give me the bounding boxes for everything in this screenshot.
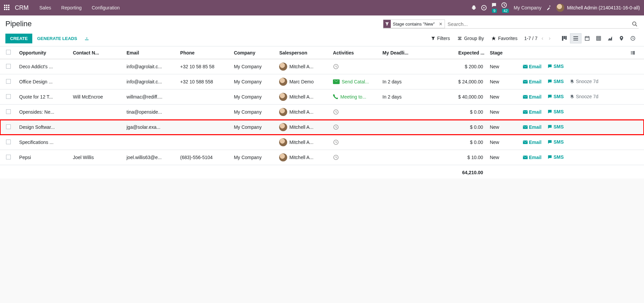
clock-icon[interactable] <box>333 124 377 130</box>
view-activity[interactable] <box>627 33 639 43</box>
row-checkbox[interactable] <box>6 64 11 69</box>
pager-next[interactable]: › <box>547 35 552 41</box>
import-icon[interactable] <box>82 36 92 41</box>
cell-contact: Joel Willis <box>70 150 124 165</box>
clock-icon[interactable] <box>333 139 377 145</box>
sms-action[interactable]: SMS <box>547 154 564 160</box>
facet-remove[interactable]: ✕ <box>437 22 445 27</box>
cell-salesperson: Mitchell A... <box>276 120 330 135</box>
user-menu[interactable]: Mitchell Admin (21404131-16-0-all) <box>556 4 640 12</box>
generate-leads-button[interactable]: GENERATE LEADS <box>32 34 82 43</box>
search-bar[interactable]: Stage contains "New" ✕ <box>383 20 639 29</box>
groupby-button[interactable]: Group By <box>457 36 484 41</box>
table-row[interactable]: PepsiJoel Willisjoel.willis63@e...(683)-… <box>0 150 644 165</box>
app-brand[interactable]: CRM <box>15 4 29 11</box>
email-action[interactable]: Email <box>523 79 541 84</box>
sms-action[interactable]: SMS <box>547 94 564 99</box>
messages-icon[interactable]: 9 <box>491 2 497 13</box>
row-checkbox[interactable] <box>6 140 11 144</box>
company-switcher[interactable]: My Company <box>514 5 541 10</box>
search-facet: Stage contains "New" ✕ <box>383 20 445 28</box>
sms-action[interactable]: SMS <box>547 109 564 114</box>
view-calendar[interactable] <box>581 33 593 43</box>
messages-badge: 9 <box>492 9 497 13</box>
cell-deadline <box>380 150 433 165</box>
cell-opportunity: Pepsi <box>16 150 70 165</box>
row-checkbox[interactable] <box>6 109 11 114</box>
col-salesperson[interactable]: Salesperson <box>276 46 330 59</box>
view-graph[interactable] <box>604 33 616 43</box>
clock-icon[interactable] <box>333 64 377 70</box>
main-navbar: CRM Sales Reporting Configuration 9 42 M… <box>0 0 644 15</box>
email-action[interactable]: Email <box>523 64 541 69</box>
view-pivot[interactable] <box>593 33 604 43</box>
view-kanban[interactable] <box>559 33 570 43</box>
activity-cell[interactable]: Send Catal... <box>333 79 377 84</box>
user-avatar <box>556 4 564 12</box>
table-row[interactable]: Deco Addict's ...info@agrolait.c...+32 1… <box>0 59 644 74</box>
table-row[interactable]: Office Design ...info@agrolait.c...+32 1… <box>0 74 644 89</box>
apps-icon[interactable] <box>4 5 10 11</box>
sms-action[interactable]: SMS <box>547 139 564 145</box>
filter-icon <box>383 20 391 28</box>
row-checkbox[interactable] <box>6 79 11 84</box>
email-action[interactable]: Email <box>523 140 541 145</box>
search-input[interactable] <box>447 20 631 28</box>
activities-icon[interactable]: 42 <box>501 2 509 13</box>
filters-button[interactable]: Filters <box>431 36 450 41</box>
col-opportunity[interactable]: Opportunity <box>16 46 70 59</box>
cell-expected: $ 0.00 <box>433 135 487 150</box>
email-action[interactable]: Email <box>523 155 541 160</box>
pager-value[interactable]: 1-7 / 7 <box>524 36 538 41</box>
sms-action[interactable]: SMS <box>547 79 564 84</box>
menu-configuration[interactable]: Configuration <box>88 5 124 10</box>
row-checkbox[interactable] <box>6 155 11 159</box>
row-checkbox[interactable] <box>6 124 11 129</box>
col-stage[interactable]: Stage <box>487 46 520 59</box>
support-icon[interactable] <box>481 5 487 10</box>
cell-email: info@agrolait.c... <box>124 59 178 74</box>
cell-stage: New <box>487 89 520 105</box>
tools-icon[interactable] <box>546 5 552 10</box>
activity-cell[interactable]: Meeting to... <box>333 94 377 100</box>
col-expected[interactable]: Expected ... <box>433 46 487 59</box>
email-action[interactable]: Email <box>523 124 541 130</box>
clock-icon[interactable] <box>333 109 377 115</box>
view-list[interactable] <box>570 33 581 43</box>
optional-columns-icon[interactable] <box>630 50 641 55</box>
col-company[interactable]: Company <box>231 46 276 59</box>
view-map[interactable] <box>616 33 627 43</box>
col-activities[interactable]: Activities <box>330 46 380 59</box>
pager-prev[interactable]: ‹ <box>540 35 544 41</box>
svg-point-15 <box>634 53 635 54</box>
col-email[interactable]: Email <box>124 46 178 59</box>
search-icon[interactable] <box>631 21 639 27</box>
menu-reporting[interactable]: Reporting <box>57 5 86 10</box>
create-button[interactable]: CREATE <box>5 34 32 43</box>
cell-salesperson: Mitchell A... <box>276 89 330 105</box>
sms-action[interactable]: SMS <box>547 64 564 69</box>
debug-icon[interactable] <box>471 5 477 10</box>
email-action[interactable]: Email <box>523 94 541 100</box>
clock-icon[interactable] <box>333 154 377 160</box>
col-phone[interactable]: Phone <box>178 46 231 59</box>
table-header: Opportunity Contact N... Email Phone Com… <box>0 46 644 59</box>
snooze-action[interactable]: Snooze 7d <box>570 79 598 84</box>
favorites-button[interactable]: Favorites <box>491 36 518 41</box>
col-deadline[interactable]: My Deadli... <box>380 46 433 59</box>
menu-sales[interactable]: Sales <box>35 5 55 10</box>
snooze-action[interactable]: Snooze 7d <box>570 94 598 99</box>
table-row[interactable]: Design Softwar...jga@solar.exa...My Comp… <box>0 120 644 135</box>
cell-phone <box>178 105 231 120</box>
cell-company <box>231 135 276 150</box>
col-contact[interactable]: Contact N... <box>70 46 124 59</box>
svg-point-3 <box>633 22 636 25</box>
sms-action[interactable]: SMS <box>547 124 564 129</box>
table-row[interactable]: Specifications ...Mitchell A...$ 0.00New… <box>0 135 644 150</box>
cell-company: My Company <box>231 105 276 120</box>
row-checkbox[interactable] <box>6 94 11 99</box>
select-all-checkbox[interactable] <box>6 50 11 54</box>
table-row[interactable]: Opensides: Ne...tina@openside...My Compa… <box>0 105 644 120</box>
table-row[interactable]: Quote for 12 T...Will McEncroewillmac@re… <box>0 89 644 105</box>
email-action[interactable]: Email <box>523 109 541 115</box>
